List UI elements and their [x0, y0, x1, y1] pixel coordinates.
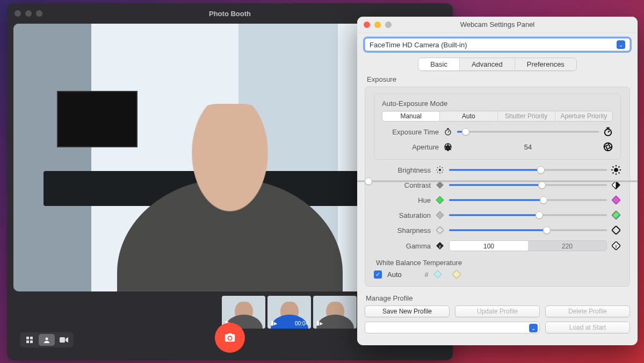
white-balance-title: White Balance Temperature [376, 259, 621, 267]
camcorder-icon: ▮▶ [271, 319, 277, 326]
svg-rect-2 [26, 340, 29, 343]
photo-booth-traffic-lights [15, 10, 42, 17]
brightness-row: Brightness [374, 165, 621, 175]
aperture-row: Aperture 54 [382, 142, 613, 152]
stopwatch-max-icon [603, 127, 613, 137]
thumbnail-2[interactable]: ▮▶ 00:04 [267, 296, 311, 329]
aperture-min-icon [443, 142, 453, 152]
white-balance-row: ✓ Auto # [374, 270, 621, 279]
camera-select[interactable]: FaceTime HD Camera (Built-in) ⌄ [365, 38, 630, 51]
close-icon[interactable] [364, 22, 370, 28]
profile-buttons-row-1: Save New Profile Update Profile Delete P… [365, 305, 630, 317]
camcorder-icon: ▮▶ [316, 319, 323, 326]
gamma-row: Gamma γ 100 220 γ [374, 240, 621, 251]
contrast-label: Contrast [374, 181, 431, 189]
zoom-icon[interactable] [385, 22, 392, 28]
mode-grid-button[interactable] [21, 334, 38, 346]
gamma-min-icon: γ [435, 241, 445, 251]
aperture-value: 54 [457, 143, 599, 151]
saturation-label: Saturation [374, 211, 431, 219]
hue-label: Hue [374, 196, 431, 204]
saturation-row: Saturation [374, 210, 621, 220]
gamma-label: Gamma [374, 242, 431, 250]
hue-row: Hue [374, 195, 621, 205]
wb-warm-icon [452, 270, 461, 279]
photo-booth-thumbnails: ▮▶ ▮▶ 00:04 ▮▶ [222, 296, 357, 329]
gamma-stepper[interactable]: 100 220 [449, 240, 607, 251]
svg-text:γ: γ [439, 244, 441, 248]
hue-min-icon [435, 195, 445, 205]
shutter-button[interactable] [215, 323, 245, 353]
auto-exposure-subgroup: Auto-Exposure Mode Manual Auto Shutter P… [374, 94, 621, 160]
camera-icon [224, 332, 236, 344]
svg-rect-3 [30, 340, 33, 343]
stopwatch-min-icon [443, 127, 453, 137]
webcam-settings-title: Webcam Settings Panel [357, 20, 638, 29]
svg-point-4 [46, 338, 48, 340]
saturation-slider[interactable] [449, 210, 607, 220]
gamma-max-icon: γ [611, 241, 621, 251]
svg-rect-5 [60, 337, 65, 343]
saturation-max-icon [611, 210, 621, 220]
tab-preferences[interactable]: Preferences [515, 58, 576, 70]
sharpness-label: Sharpness [374, 226, 431, 234]
chevron-updown-icon: ⌄ [529, 324, 538, 332]
webcam-settings-titlebar: Webcam Settings Panel [357, 17, 638, 33]
gamma-value-b: 220 [528, 241, 606, 251]
exposure-group-label: Exposure [367, 75, 630, 83]
sharpness-max-icon [611, 225, 621, 235]
chevron-updown-icon: ⌄ [617, 40, 625, 49]
delete-profile-button[interactable]: Delete Profile [545, 305, 630, 317]
tab-advanced[interactable]: Advanced [459, 58, 515, 70]
brightness-slider[interactable] [449, 165, 607, 175]
gamma-value-a: 100 [450, 241, 528, 251]
auto-exposure-mode-segmented: Manual Auto Shutter Priority Aperture Pr… [382, 111, 613, 122]
white-balance-auto-label: Auto [387, 271, 402, 279]
minimize-icon[interactable] [374, 22, 381, 28]
update-profile-button[interactable]: Update Profile [455, 305, 540, 317]
sharpness-slider[interactable] [449, 225, 607, 235]
mode-single-button[interactable] [39, 334, 55, 346]
profile-select[interactable]: ⌄ [365, 322, 540, 333]
sharpness-min-icon [435, 225, 445, 235]
brightness-min-icon [435, 165, 445, 175]
grid-icon [26, 336, 33, 344]
webcam-settings-window: Webcam Settings Panel FaceTime HD Camera… [357, 17, 638, 345]
svg-point-10 [439, 169, 441, 171]
mode-aperture-priority[interactable]: Aperture Priority [555, 111, 612, 121]
white-balance-auto-checkbox[interactable]: ✓ [374, 271, 382, 279]
mode-video-button[interactable] [56, 334, 72, 346]
close-icon[interactable] [15, 10, 21, 17]
exposure-group: Auto-Exposure Mode Manual Auto Shutter P… [365, 87, 630, 287]
tab-bar: Basic Advanced Preferences [365, 58, 630, 71]
mode-auto[interactable]: Auto [439, 111, 497, 121]
svg-rect-0 [26, 337, 29, 339]
svg-rect-1 [30, 337, 33, 339]
zoom-icon[interactable] [36, 10, 42, 17]
thumbnail-3[interactable]: ▮▶ [313, 296, 357, 329]
aperture-label: Aperture [382, 143, 439, 151]
video-monitor-prop [57, 91, 138, 147]
wb-cool-icon [434, 271, 442, 278]
auto-exposure-mode-label: Auto-Exposure Mode [382, 99, 613, 108]
svg-point-6 [445, 130, 451, 135]
mode-shutter-priority[interactable]: Shutter Priority [497, 111, 555, 121]
tab-basic[interactable]: Basic [418, 58, 459, 70]
sharpness-row: Sharpness [374, 225, 621, 235]
webcam-settings-traffic-lights [364, 22, 392, 28]
load-at-start-button[interactable]: Load at Start [545, 322, 630, 333]
svg-point-11 [614, 168, 618, 172]
exposure-time-slider[interactable] [457, 127, 599, 137]
svg-text:γ: γ [615, 243, 618, 248]
svg-point-7 [605, 129, 611, 136]
portrait-icon [43, 336, 50, 344]
save-new-profile-button[interactable]: Save New Profile [365, 305, 450, 317]
thumbnail-timer: 00:04 [295, 321, 308, 326]
exposure-time-label: Exposure Time [382, 128, 439, 136]
mode-manual[interactable]: Manual [382, 111, 439, 121]
aperture-max-icon [603, 142, 613, 152]
minimize-icon[interactable] [25, 10, 32, 17]
hue-slider[interactable] [449, 195, 607, 205]
camera-select-value: FaceTime HD Camera (Built-in) [370, 41, 467, 49]
profile-buttons-row-2: ⌄ Load at Start [365, 322, 630, 333]
